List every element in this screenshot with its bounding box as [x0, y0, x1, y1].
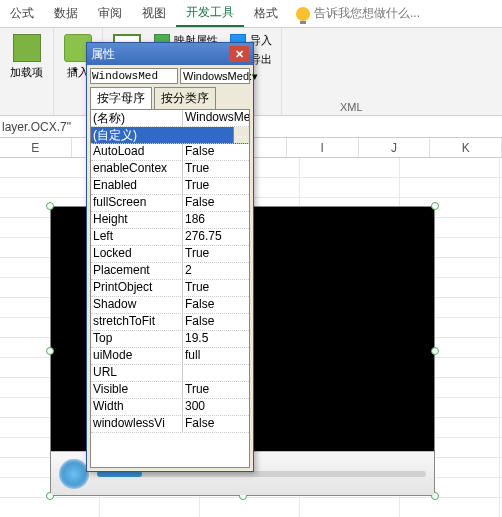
property-name: Visible	[91, 382, 183, 398]
property-name: enableContex	[91, 161, 183, 177]
addin-icon	[13, 34, 41, 62]
resize-handle[interactable]	[431, 202, 439, 210]
property-value[interactable]: WindowsMedi	[183, 110, 249, 126]
col-header[interactable]: I	[287, 138, 359, 157]
property-row[interactable]: Width300	[91, 399, 249, 416]
property-value[interactable]: False	[183, 416, 249, 432]
property-name: Placement	[91, 263, 183, 279]
addins-label: 加载项	[10, 65, 43, 80]
property-value[interactable]: True	[183, 280, 249, 296]
col-header[interactable]: E	[0, 138, 72, 157]
property-name: Enabled	[91, 178, 183, 194]
property-value[interactable]: 2	[183, 263, 249, 279]
property-value[interactable]: False	[183, 144, 249, 160]
properties-title: 属性	[91, 46, 115, 63]
col-header[interactable]: K	[430, 138, 502, 157]
property-name: AutoLoad	[91, 144, 183, 160]
property-name: PrintObject	[91, 280, 183, 296]
property-name: (自定义)	[91, 127, 183, 143]
resize-handle[interactable]	[46, 202, 54, 210]
tab-alphabetic[interactable]: 按字母序	[90, 87, 152, 109]
property-row[interactable]: windowlessViFalse	[91, 416, 249, 433]
property-row[interactable]: URL	[91, 365, 249, 382]
close-button[interactable]: ✕	[229, 46, 249, 62]
property-row[interactable]: AutoLoadFalse	[91, 144, 249, 161]
property-name: uiMode	[91, 348, 183, 364]
ellipsis-button[interactable]: ...	[233, 127, 249, 143]
property-value[interactable]: True	[183, 246, 249, 262]
addins-button[interactable]: 加载项	[6, 32, 47, 82]
property-value[interactable]	[183, 127, 233, 143]
property-row[interactable]: VisibleTrue	[91, 382, 249, 399]
bulb-icon	[296, 7, 310, 21]
tell-me-search[interactable]: 告诉我您想做什么...	[296, 5, 420, 22]
property-value[interactable]: True	[183, 178, 249, 194]
tab-formulas[interactable]: 公式	[0, 0, 44, 27]
col-header[interactable]: J	[359, 138, 431, 157]
tab-review[interactable]: 审阅	[88, 0, 132, 27]
property-name: (名称)	[91, 110, 183, 126]
object-type-dropdown[interactable]: WindowsMed:▾	[180, 68, 250, 84]
tell-me-label: 告诉我您想做什么...	[314, 5, 420, 22]
resize-handle[interactable]	[46, 347, 54, 355]
sort-tabs: 按字母序 按分类序	[90, 87, 250, 109]
property-name: Locked	[91, 246, 183, 262]
property-name: Height	[91, 212, 183, 228]
property-name: fullScreen	[91, 195, 183, 211]
property-row[interactable]: fullScreenFalse	[91, 195, 249, 212]
object-selector: WindowsMed:▾	[90, 68, 250, 84]
property-name: Top	[91, 331, 183, 347]
property-value[interactable]: 276.75	[183, 229, 249, 245]
tab-view[interactable]: 视图	[132, 0, 176, 27]
group-xml-label: XML	[340, 101, 363, 113]
tab-categorized[interactable]: 按分类序	[154, 87, 216, 109]
tab-format[interactable]: 格式	[244, 0, 288, 27]
property-name: Shadow	[91, 297, 183, 313]
resize-handle[interactable]	[431, 347, 439, 355]
property-row[interactable]: stretchToFitFalse	[91, 314, 249, 331]
property-value[interactable]	[183, 365, 249, 381]
tab-developer[interactable]: 开发工具	[176, 0, 244, 27]
properties-window[interactable]: 属性 ✕ WindowsMed:▾ 按字母序 按分类序 (名称)WindowsM…	[86, 42, 254, 472]
property-row[interactable]: uiModefull	[91, 348, 249, 365]
property-value[interactable]: full	[183, 348, 249, 364]
property-list[interactable]: (名称)WindowsMedi(自定义)...AutoLoadFalseenab…	[90, 109, 250, 468]
property-row[interactable]: Top19.5	[91, 331, 249, 348]
property-row[interactable]: PrintObjectTrue	[91, 280, 249, 297]
object-name-input[interactable]	[90, 68, 178, 84]
properties-titlebar[interactable]: 属性 ✕	[87, 43, 253, 65]
property-name: URL	[91, 365, 183, 381]
property-name: stretchToFit	[91, 314, 183, 330]
property-name: Left	[91, 229, 183, 245]
property-value[interactable]: False	[183, 195, 249, 211]
property-value[interactable]: 300	[183, 399, 249, 415]
property-row[interactable]: (自定义)...	[91, 127, 249, 144]
property-row[interactable]: Height186	[91, 212, 249, 229]
property-name: Width	[91, 399, 183, 415]
property-value[interactable]: False	[183, 297, 249, 313]
property-value[interactable]: True	[183, 382, 249, 398]
chevron-down-icon: ▾	[252, 70, 258, 83]
property-name: windowlessVi	[91, 416, 183, 432]
property-row[interactable]: enableContexTrue	[91, 161, 249, 178]
play-button[interactable]	[59, 459, 89, 489]
ribbon-tabs: 公式 数据 审阅 视图 开发工具 格式 告诉我您想做什么...	[0, 0, 502, 28]
property-row[interactable]: Placement2	[91, 263, 249, 280]
property-row[interactable]: Left276.75	[91, 229, 249, 246]
tab-data[interactable]: 数据	[44, 0, 88, 27]
property-row[interactable]: LockedTrue	[91, 246, 249, 263]
property-value[interactable]: False	[183, 314, 249, 330]
property-row[interactable]: (名称)WindowsMedi	[91, 110, 249, 127]
property-value[interactable]: 19.5	[183, 331, 249, 347]
group-addins: 加载项	[0, 28, 54, 115]
property-row[interactable]: EnabledTrue	[91, 178, 249, 195]
property-row[interactable]: ShadowFalse	[91, 297, 249, 314]
property-value[interactable]: 186	[183, 212, 249, 228]
property-value[interactable]: True	[183, 161, 249, 177]
